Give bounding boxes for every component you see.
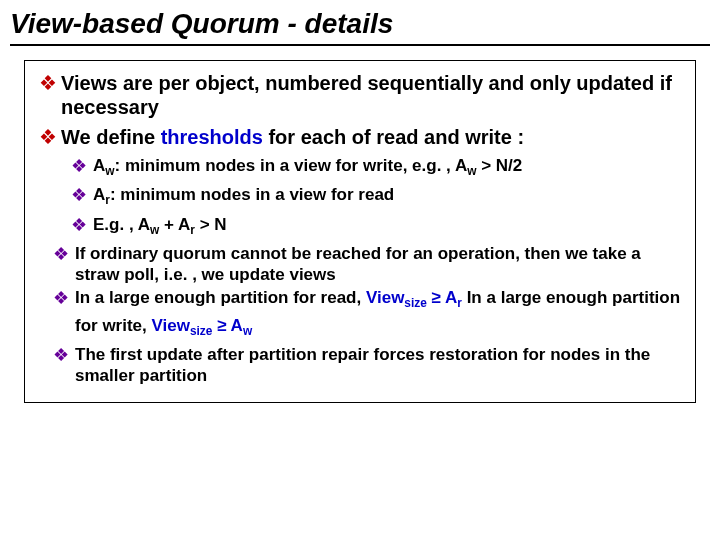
slide: View-based Quorum - details ❖ Views are …	[0, 0, 720, 540]
diamond-icon: ❖	[39, 71, 57, 95]
text-l1b-blue: thresholds	[161, 126, 263, 148]
bullet-l3-partition: ❖ In a large enough partition for read, …	[53, 287, 681, 342]
slide-title: View-based Quorum - details	[10, 8, 710, 46]
bullet-l3-ordinary: ❖ If ordinary quorum cannot be reached f…	[53, 243, 681, 285]
text-l1b: We define thresholds for each of read an…	[61, 125, 524, 149]
bullet-l1-thresholds: ❖ We define thresholds for each of read …	[39, 125, 681, 149]
text-l2a: Aw: minimum nodes in a view for write, e…	[93, 155, 522, 182]
bullet-l3-repair: ❖ The first update after partition repai…	[53, 344, 681, 386]
text-l3c: The first update after partition repair …	[75, 344, 681, 386]
text-l2b: Ar: minimum nodes in a view for read	[93, 184, 394, 211]
content-box: ❖ Views are per object, numbered sequent…	[24, 60, 696, 403]
diamond-icon: ❖	[71, 214, 87, 236]
text-l2c: E.g. , Aw + Ar > N	[93, 214, 227, 241]
text-l1b-post: for each of read and write :	[263, 126, 524, 148]
text-l1a: Views are per object, numbered sequentia…	[61, 71, 681, 119]
diamond-icon: ❖	[53, 243, 69, 265]
diamond-icon: ❖	[53, 344, 69, 366]
bullet-l2-aw: ❖ Aw: minimum nodes in a view for write,…	[71, 155, 681, 182]
diamond-icon: ❖	[39, 125, 57, 149]
bullet-l2-ar: ❖ Ar: minimum nodes in a view for read	[71, 184, 681, 211]
bullet-l2-eg: ❖ E.g. , Aw + Ar > N	[71, 214, 681, 241]
text-l3b: In a large enough partition for read, Vi…	[75, 287, 681, 342]
diamond-icon: ❖	[71, 155, 87, 177]
bullet-l1-views: ❖ Views are per object, numbered sequent…	[39, 71, 681, 119]
text-l1b-pre: We define	[61, 126, 161, 148]
diamond-icon: ❖	[71, 184, 87, 206]
text-l3a: If ordinary quorum cannot be reached for…	[75, 243, 681, 285]
diamond-icon: ❖	[53, 287, 69, 309]
